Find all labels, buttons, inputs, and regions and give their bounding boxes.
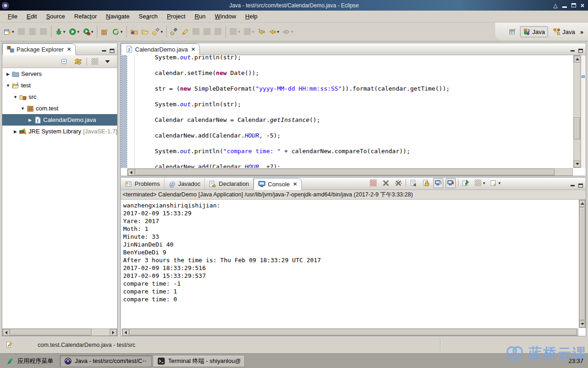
maximize-view-button[interactable] xyxy=(110,49,114,53)
close-icon[interactable]: ✕ xyxy=(292,181,297,187)
menu-item-help[interactable]: Help xyxy=(241,12,262,21)
applications-menu-button[interactable]: 应用程序菜单 xyxy=(0,354,60,368)
vertical-scrollbar[interactable] xyxy=(579,200,586,328)
scrollbar-thumb[interactable] xyxy=(10,329,91,335)
open-console-button[interactable]: ▾ xyxy=(489,178,502,188)
scroll-down-button[interactable] xyxy=(574,161,581,167)
open-type-button[interactable] xyxy=(129,26,140,37)
taskbar-window-1[interactable]: Terminal 终端 - shiyanlou@⋯ xyxy=(153,355,245,367)
perspective-java-1[interactable]: Java xyxy=(550,26,578,37)
scrollbar-thumb[interactable] xyxy=(574,117,580,140)
tree-item-com-test[interactable]: ▼com.test xyxy=(2,103,117,114)
search-button[interactable]: ▾ xyxy=(151,26,165,37)
open-folder-button[interactable] xyxy=(140,26,151,37)
tree-item-jre-system-library[interactable]: ▶JRE System Library[JavaSE-1.7] xyxy=(2,126,117,137)
new-java-wizard-button[interactable]: ▾ xyxy=(110,26,124,37)
scroll-left-button[interactable] xyxy=(128,169,135,176)
tree-item-calendardemo-java[interactable]: ▶JCalendarDemo.java xyxy=(2,114,117,126)
collapse-all-button[interactable] xyxy=(59,56,70,67)
view-menu-button[interactable] xyxy=(103,56,114,67)
external-tools-button[interactable] xyxy=(169,26,180,37)
remove-launch-button[interactable] xyxy=(381,178,391,188)
dropdown-arrow-icon[interactable]: ▾ xyxy=(120,29,123,34)
tree-expand-icon[interactable]: ▶ xyxy=(5,72,11,76)
menu-item-edit[interactable]: Edit xyxy=(23,12,41,21)
pin-console-button[interactable] xyxy=(461,178,471,188)
dropdown-arrow-icon[interactable]: ▾ xyxy=(63,29,66,34)
scroll-left-button[interactable] xyxy=(122,329,129,336)
menu-item-run[interactable]: Run xyxy=(191,12,210,21)
link-with-editor-button[interactable] xyxy=(73,56,84,67)
horizontal-scrollbar[interactable] xyxy=(2,328,117,336)
show-stdout-button[interactable] xyxy=(433,178,443,188)
minimize-view-button[interactable] xyxy=(102,50,106,52)
menu-item-refactor[interactable]: Refactor xyxy=(70,12,101,21)
horizontal-scrollbar[interactable] xyxy=(127,168,573,176)
perspective-java-0[interactable]: JJava xyxy=(520,26,548,37)
dropdown-arrow-icon[interactable]: ▾ xyxy=(77,29,79,34)
scrollbar-thumb[interactable] xyxy=(130,329,577,335)
tab-declaration[interactable]: Declaration xyxy=(205,178,254,190)
dropdown-arrow-icon[interactable]: ▾ xyxy=(498,181,501,185)
remove-all-launches-button[interactable] xyxy=(393,178,403,188)
clear-console-button[interactable] xyxy=(408,178,418,188)
taskbar-window-0[interactable]: Java - test/src/com/test/C⋯ xyxy=(60,355,152,367)
dropdown-arrow-icon[interactable]: ▾ xyxy=(161,29,163,34)
show-stderr-button[interactable] xyxy=(446,178,456,188)
new-java-project-button[interactable] xyxy=(99,26,110,37)
dropdown-arrow-icon[interactable]: ▾ xyxy=(277,29,279,34)
maximize-view-button[interactable] xyxy=(578,49,583,53)
back-button[interactable]: ▾ xyxy=(267,26,281,37)
menu-item-search[interactable]: Search xyxy=(135,12,162,21)
scroll-lock-button[interactable] xyxy=(421,178,431,188)
open-perspective-button[interactable] xyxy=(507,26,518,37)
tree-collapse-icon[interactable]: ▼ xyxy=(5,83,11,88)
close-button[interactable]: × xyxy=(581,3,584,8)
overview-marker[interactable] xyxy=(582,75,585,78)
tab-calendardemo-java[interactable]: J CalendarDemo.java ✕ xyxy=(121,43,200,55)
tab-javadoc[interactable]: @Javadoc xyxy=(164,178,205,190)
menu-item-source[interactable]: Source xyxy=(42,12,69,21)
tab-package-explorer[interactable]: Package Explorer ✕ xyxy=(2,43,76,55)
dropdown-arrow-icon[interactable]: ▾ xyxy=(91,29,94,34)
menu-item-window[interactable]: Window xyxy=(211,12,240,21)
menu-item-navigate[interactable]: Navigate xyxy=(102,12,134,21)
dropdown-arrow-icon[interactable]: ▾ xyxy=(12,29,14,34)
menu-item-project[interactable]: Project xyxy=(163,12,189,21)
dropdown-arrow-icon[interactable]: ▾ xyxy=(483,181,485,185)
maximize-view-button[interactable] xyxy=(578,184,583,188)
minimize-view-button[interactable] xyxy=(571,50,575,52)
tree-collapse-icon[interactable]: ▼ xyxy=(20,106,26,111)
tree-expand-icon[interactable]: ▶ xyxy=(27,118,33,122)
menu-item-file[interactable]: File xyxy=(4,12,22,21)
vertical-scrollbar[interactable] xyxy=(573,55,581,168)
scrollbar-thumb[interactable] xyxy=(579,207,585,320)
tree-item-test[interactable]: ▼Jtest xyxy=(2,80,117,91)
mark-occurrences-button[interactable] xyxy=(180,26,191,37)
tree-collapse-icon[interactable]: ▼ xyxy=(12,95,18,99)
tab-problems[interactable]: Problems xyxy=(121,178,164,190)
scroll-up-button[interactable] xyxy=(574,56,581,63)
tree-expand-icon[interactable]: ▶ xyxy=(12,129,18,134)
display-console-button[interactable]: ▾ xyxy=(473,178,486,188)
scroll-left-button[interactable] xyxy=(3,329,10,336)
debug-button[interactable]: ▾ xyxy=(53,26,68,37)
scrollbar-thumb[interactable] xyxy=(135,169,554,175)
minimize-view-button[interactable] xyxy=(571,185,575,186)
run-button[interactable]: ▾ xyxy=(67,26,81,37)
perspective-overflow-button[interactable]: » xyxy=(580,29,583,35)
tree-item-src[interactable]: ▼src xyxy=(2,91,117,103)
scroll-up-button[interactable] xyxy=(579,200,585,207)
close-icon[interactable]: ✕ xyxy=(66,46,71,52)
tab-console[interactable]: Console✕ xyxy=(254,178,302,190)
maximize-button[interactable] xyxy=(571,3,576,7)
tree-item-servers[interactable]: ▶Servers xyxy=(2,68,117,80)
scroll-right-button[interactable] xyxy=(110,329,117,336)
close-icon[interactable]: ✕ xyxy=(190,46,195,52)
run-history-button[interactable]: ▾ xyxy=(81,26,96,37)
console-output[interactable]: wanzhengxianshiriqishijian:2017-02-09 15… xyxy=(121,200,578,328)
horizontal-scrollbar[interactable] xyxy=(122,328,578,336)
code-area[interactable]: System.out.println(str);calendar.setTime… xyxy=(135,55,573,168)
back-to-file-button[interactable] xyxy=(256,26,267,37)
scroll-down-button[interactable] xyxy=(579,321,585,328)
